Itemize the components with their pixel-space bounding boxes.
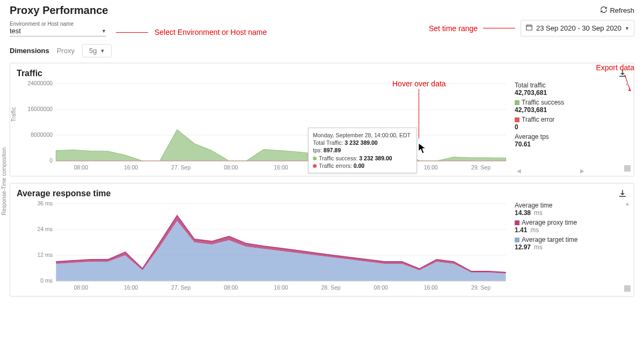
svg-text:16:00: 16:00 <box>274 165 288 171</box>
svg-text:12 ms: 12 ms <box>38 252 53 258</box>
response-y-axis-label: Response-Time composition <box>1 147 7 215</box>
svg-text:0 ms: 0 ms <box>40 278 53 284</box>
svg-text:24000000: 24000000 <box>27 80 53 86</box>
svg-text:08:00: 08:00 <box>74 165 89 171</box>
date-range-text: 23 Sep 2020 - 30 Sep 2020 <box>536 24 621 32</box>
mouse-cursor-icon <box>418 143 427 154</box>
dimensions-label: Dimensions <box>10 47 49 55</box>
svg-text:08:00: 08:00 <box>224 165 238 171</box>
response-chart[interactable]: 0 ms12 ms24 ms36 ms08:0016:0027. Sep08:0… <box>17 201 511 292</box>
response-legend: Average time 14.38ms Average proxy time … <box>511 201 627 292</box>
annotation-line <box>483 28 515 28</box>
annotation-env: Select Environment or Host name <box>155 28 267 36</box>
svg-text:0: 0 <box>49 158 53 164</box>
svg-text:24 ms: 24 ms <box>38 226 53 232</box>
chevron-down-icon: ▼ <box>625 26 630 31</box>
svg-text:29. Sep: 29. Sep <box>471 285 491 291</box>
svg-text:16:00: 16:00 <box>274 285 288 291</box>
response-title: Average response time <box>17 189 111 198</box>
panel-traffic: Traffic Traffic 080000001600000024000000… <box>10 63 634 176</box>
proxy-value: 5g <box>89 47 97 55</box>
svg-text:36 ms: 36 ms <box>38 201 53 206</box>
svg-text:16:00: 16:00 <box>424 165 438 171</box>
annotation-line <box>116 32 148 33</box>
svg-rect-0 <box>526 25 532 30</box>
svg-text:29. Sep: 29. Sep <box>471 165 491 171</box>
dimensions-proxy-label: Proxy <box>57 47 75 55</box>
download-icon[interactable] <box>618 69 627 78</box>
svg-text:16:00: 16:00 <box>424 285 438 291</box>
refresh-icon <box>600 6 608 15</box>
svg-text:08:00: 08:00 <box>224 285 238 291</box>
traffic-tooltip: Monday, September 28, 14:00:00, EDT Tota… <box>308 128 417 173</box>
svg-text:8000000: 8000000 <box>31 132 53 138</box>
svg-text:27. Sep: 27. Sep <box>171 285 191 291</box>
environment-select[interactable]: Environment or Host name test ▼ <box>10 21 106 36</box>
svg-text:27. Sep: 27. Sep <box>171 165 191 171</box>
svg-text:08:00: 08:00 <box>74 285 89 291</box>
environment-value: test <box>10 27 21 35</box>
legend-scrollbar[interactable]: ▲ <box>624 201 631 292</box>
svg-text:16000000: 16000000 <box>27 106 53 112</box>
download-icon[interactable] <box>618 189 627 198</box>
chevron-down-icon: ▼ <box>100 48 105 54</box>
refresh-button[interactable]: Refresh <box>600 6 634 15</box>
panel-response: Average response time Response-Time comp… <box>10 183 634 297</box>
traffic-legend: Total traffic 42,703,681 Traffic success… <box>511 80 627 172</box>
annotation-date: Set time range <box>429 24 478 33</box>
svg-text:28. Sep: 28. Sep <box>321 285 341 291</box>
traffic-title: Traffic <box>17 69 42 78</box>
chevron-down-icon: ▼ <box>101 28 106 34</box>
refresh-label: Refresh <box>610 6 634 14</box>
svg-text:16:00: 16:00 <box>124 285 138 291</box>
proxy-select[interactable]: 5g ▼ <box>82 44 112 57</box>
svg-text:08:00: 08:00 <box>374 285 389 291</box>
traffic-y-axis-label: Traffic <box>11 107 17 122</box>
legend-hscroll[interactable]: ◀▶ <box>517 167 624 174</box>
date-range-picker[interactable]: 23 Sep 2020 - 30 Sep 2020 ▼ <box>521 20 634 36</box>
legend-scrollbar[interactable]: ▲ <box>624 80 631 172</box>
environment-label: Environment or Host name <box>10 21 106 27</box>
svg-text:16:00: 16:00 <box>124 165 138 171</box>
calendar-icon <box>525 24 533 33</box>
page-title: Proxy Performance <box>10 4 108 17</box>
